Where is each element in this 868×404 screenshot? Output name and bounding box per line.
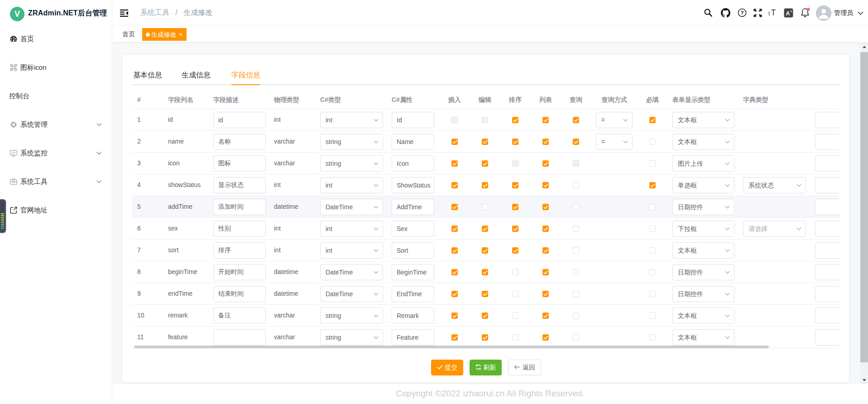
sort-checkbox[interactable] <box>512 160 518 167</box>
sort-checkbox[interactable] <box>512 182 518 188</box>
required-checkbox[interactable] <box>649 226 656 232</box>
list-checkbox[interactable] <box>542 247 549 254</box>
list-checkbox[interactable] <box>542 334 549 341</box>
csharp-attr-input[interactable] <box>392 177 434 193</box>
insert-checkbox[interactable] <box>451 291 458 297</box>
edit-checkbox[interactable] <box>482 139 488 145</box>
field-desc-input[interactable] <box>213 199 266 215</box>
sort-checkbox[interactable] <box>512 204 518 210</box>
form-display-type-select[interactable]: 文本框 <box>672 329 734 346</box>
insert-checkbox[interactable] <box>451 269 458 275</box>
required-checkbox[interactable] <box>649 247 656 254</box>
insert-checkbox[interactable] <box>451 182 458 188</box>
form-display-type-select[interactable]: 下拉框 <box>672 221 734 237</box>
vertical-scrollbar-thumb[interactable] <box>860 52 868 362</box>
insert-checkbox[interactable] <box>451 334 458 341</box>
required-checkbox[interactable] <box>649 139 656 145</box>
insert-checkbox[interactable] <box>451 313 458 319</box>
extra-input[interactable] <box>815 286 839 302</box>
translate-icon[interactable]: Ax <box>784 0 793 25</box>
insert-checkbox[interactable] <box>451 204 458 210</box>
extra-input[interactable] <box>815 134 839 150</box>
list-checkbox[interactable] <box>542 269 549 275</box>
sidebar-fold-icon[interactable] <box>120 9 128 17</box>
sidebar-item-console[interactable]: 控制台 <box>0 82 112 110</box>
sort-checkbox[interactable] <box>512 226 518 232</box>
csharp-attr-input[interactable] <box>392 199 434 215</box>
form-display-type-select[interactable]: 日期控件 <box>672 199 734 215</box>
field-desc-input[interactable] <box>213 242 266 259</box>
github-icon[interactable] <box>720 0 730 25</box>
sidebar-item-icons[interactable]: 图标icon <box>0 53 112 82</box>
horizontal-scrollbar-thumb[interactable] <box>134 346 769 348</box>
csharp-attr-input[interactable] <box>392 155 434 172</box>
csharp-attr-input[interactable] <box>392 134 434 150</box>
bell-icon[interactable] <box>800 0 810 25</box>
csharp-attr-input[interactable] <box>392 242 434 259</box>
csharp-type-select[interactable]: DateTime <box>320 286 383 302</box>
field-desc-input[interactable] <box>213 221 266 237</box>
sidebar-item-system-tools[interactable]: 系统工具 <box>0 167 112 196</box>
csharp-attr-input[interactable] <box>392 286 434 302</box>
fullscreen-icon[interactable] <box>753 0 762 25</box>
required-checkbox[interactable] <box>649 182 656 188</box>
required-checkbox[interactable] <box>649 117 656 123</box>
list-checkbox[interactable] <box>542 160 549 167</box>
sidebar-item-home[interactable]: 首页 <box>0 24 112 53</box>
field-desc-input[interactable] <box>213 264 266 280</box>
insert-checkbox[interactable] <box>451 139 458 145</box>
list-checkbox[interactable] <box>542 182 549 188</box>
form-display-type-select[interactable]: 文本框 <box>672 112 734 128</box>
edit-checkbox[interactable] <box>482 117 488 123</box>
list-checkbox[interactable] <box>542 139 549 145</box>
extra-input[interactable] <box>815 177 839 193</box>
query-checkbox[interactable] <box>573 313 579 319</box>
tag-home[interactable]: 首页 <box>122 26 135 42</box>
field-desc-input[interactable] <box>213 329 266 346</box>
sort-checkbox[interactable] <box>512 313 518 319</box>
extra-input[interactable] <box>815 329 839 346</box>
form-display-type-select[interactable]: 文本框 <box>672 242 734 259</box>
extra-input[interactable] <box>815 242 839 259</box>
csharp-attr-input[interactable] <box>392 112 434 128</box>
edit-checkbox[interactable] <box>482 313 488 319</box>
list-checkbox[interactable] <box>542 226 549 232</box>
breadcrumb-item[interactable]: 系统工具 <box>140 9 169 16</box>
sort-checkbox[interactable] <box>512 269 518 275</box>
query-checkbox[interactable] <box>573 204 579 210</box>
required-checkbox[interactable] <box>649 291 656 297</box>
extra-input[interactable] <box>815 264 839 280</box>
back-button[interactable]: 返回 <box>508 360 541 375</box>
list-checkbox[interactable] <box>542 291 549 297</box>
csharp-type-select[interactable]: int <box>320 242 383 259</box>
edit-checkbox[interactable] <box>482 226 488 232</box>
query-checkbox[interactable] <box>573 182 579 188</box>
sort-checkbox[interactable] <box>512 247 518 254</box>
csharp-type-select[interactable]: int <box>320 112 383 128</box>
edit-checkbox[interactable] <box>482 247 488 254</box>
form-display-type-select[interactable]: 文本框 <box>672 134 734 150</box>
csharp-type-select[interactable]: DateTime <box>320 264 383 280</box>
dict-type-select[interactable]: 系统状态 <box>743 177 806 193</box>
field-desc-input[interactable] <box>213 286 266 302</box>
scroll-up-arrow[interactable] <box>860 43 868 51</box>
form-display-type-select[interactable]: 日期控件 <box>672 264 734 280</box>
required-checkbox[interactable] <box>649 160 656 167</box>
refresh-button[interactable]: 刷新 <box>470 360 502 375</box>
tab-gen-info[interactable]: 生成信息 <box>182 66 211 84</box>
insert-checkbox[interactable] <box>451 160 458 167</box>
csharp-attr-input[interactable] <box>392 308 434 324</box>
devtools-handle[interactable] <box>0 199 6 233</box>
query-mode-select[interactable]: = <box>596 134 633 150</box>
dict-type-select[interactable]: 请选择 <box>743 221 806 237</box>
edit-checkbox[interactable] <box>482 204 488 210</box>
extra-input[interactable] <box>815 112 839 128</box>
avatar[interactable] <box>816 5 831 21</box>
csharp-type-select[interactable]: int <box>320 177 383 193</box>
list-checkbox[interactable] <box>542 117 549 123</box>
insert-checkbox[interactable] <box>451 226 458 232</box>
insert-checkbox[interactable] <box>451 247 458 254</box>
required-checkbox[interactable] <box>649 334 656 341</box>
scroll-down-arrow[interactable] <box>860 376 868 384</box>
user-name[interactable]: 管理员 <box>834 0 853 25</box>
